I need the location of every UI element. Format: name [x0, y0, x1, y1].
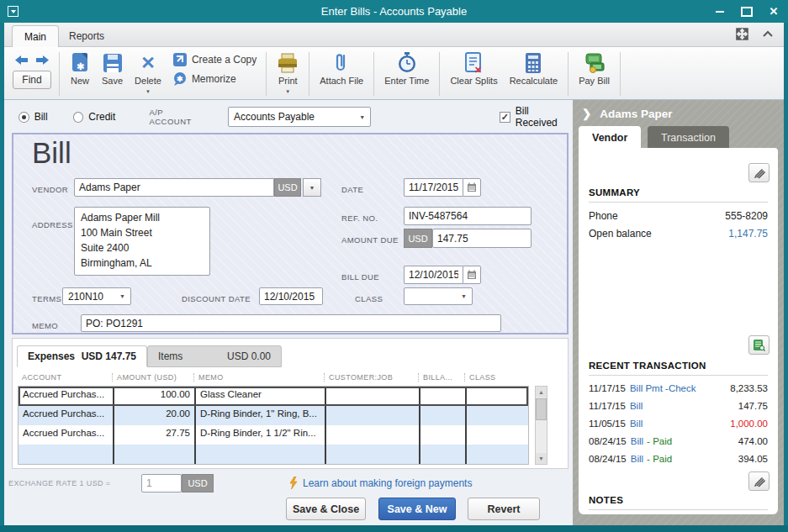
title-bar: Enter Bills - Accounts Payable ✕: [0, 0, 788, 23]
transaction-row: 08/24/15 Bill - Paid 394.05: [589, 454, 768, 464]
bill-due-field: [404, 266, 481, 284]
vendor-panel: ❯ Adams Paper Vendor Transaction SUMMARY…: [573, 100, 784, 525]
phone-row: Phone 555-8209: [589, 210, 768, 222]
calculator-icon: [524, 51, 542, 74]
credit-radio[interactable]: [73, 112, 84, 123]
edit-vendor-button[interactable]: [748, 163, 769, 182]
table-row[interactable]: Accrued Purchas... 27.75 D-Ring Binder, …: [19, 425, 528, 445]
memorize-button[interactable]: ✱ Memorize: [172, 71, 256, 87]
tab-main[interactable]: Main: [12, 25, 59, 47]
tab-reports[interactable]: Reports: [57, 25, 116, 47]
maximize-button[interactable]: [741, 6, 753, 18]
ref-no-label: REF. NO.: [341, 213, 378, 223]
print-button[interactable]: Print ▼: [271, 50, 304, 97]
grid-body: Accrued Purchas... 100.00 Glass Cleaner …: [18, 386, 529, 465]
discount-date-label: DISCOUNT DATE: [182, 294, 251, 303]
new-button[interactable]: ✱ New: [64, 50, 96, 97]
tab-expenses[interactable]: Expenses USD 147.75: [17, 345, 147, 367]
minimize-button[interactable]: [714, 6, 726, 18]
scroll-up-icon[interactable]: ▲: [536, 387, 547, 398]
exchange-currency-badge: USD: [182, 474, 214, 492]
ap-account-select[interactable]: Accounts Payable ▼: [228, 107, 371, 127]
summary-title: SUMMARY: [589, 187, 640, 198]
table-row-empty[interactable]: [19, 445, 528, 464]
table-row[interactable]: Accrued Purchas... 20.00 D-Ring Binder, …: [19, 406, 528, 425]
save-new-button[interactable]: Save & New: [378, 498, 456, 520]
revert-button[interactable]: Revert: [468, 498, 540, 520]
tab-items[interactable]: Items USD 0.00: [147, 345, 282, 367]
transaction-row: 11/17/15 Bill Pmt -Check 8,233.53: [589, 383, 768, 393]
clear-splits-button[interactable]: ✕ Clear Splits: [444, 50, 503, 97]
forward-arrow-icon[interactable]: [35, 55, 50, 66]
panel-vendor-name: Adams Paper: [600, 108, 672, 120]
terms-select[interactable]: 210N10 ▼: [62, 287, 131, 305]
expense-grid: ACCOUNT AMOUNT (USD) MEMO CUSTOMER:JOB B…: [18, 368, 542, 465]
date-field: [404, 178, 481, 197]
vendor-currency-badge: USD: [274, 178, 301, 197]
print-caret-icon: ▼: [285, 87, 290, 97]
vendor-input[interactable]: [74, 178, 274, 197]
pay-bill-button[interactable]: Pay Bill: [573, 50, 616, 97]
exchange-rate-input[interactable]: [141, 474, 182, 492]
memo-input[interactable]: [81, 314, 501, 332]
tab-vendor[interactable]: Vendor: [579, 126, 641, 149]
scroll-down-icon[interactable]: ▼: [536, 453, 547, 464]
bill-due-input[interactable]: [404, 266, 463, 284]
col-header-class: CLASS: [464, 373, 529, 382]
bill-form-title: Bill: [32, 136, 71, 170]
transaction-row: 08/24/15 Bill - Paid 474.00: [589, 436, 768, 446]
bill-form: Bill VENDOR USD ▼ ADDRESS Adams Paper Mi…: [12, 133, 569, 334]
class-select[interactable]: ▼: [404, 287, 473, 305]
transaction-row: 11/05/15 Bill 1,000.00: [589, 419, 768, 429]
save-close-button[interactable]: Save & Close: [286, 498, 366, 520]
tab-transaction[interactable]: Transaction: [648, 126, 729, 149]
delete-button[interactable]: ✕ Delete ▼: [129, 50, 167, 97]
edit-notes-button[interactable]: [748, 471, 769, 491]
enter-bills-window: Enter Bills - Accounts Payable ✕ Main Re…: [0, 0, 788, 532]
clear-splits-icon: ✕: [464, 51, 484, 74]
expand-window-icon[interactable]: [736, 28, 748, 40]
collapse-ribbon-icon[interactable]: [762, 30, 774, 38]
report-icon: [753, 339, 765, 351]
amount-due-input[interactable]: [432, 229, 532, 248]
bill-radio[interactable]: [19, 112, 29, 123]
amount-due-label: AMOUNT DUE: [341, 235, 399, 245]
vendor-dropdown-button[interactable]: ▼: [303, 178, 321, 197]
bill-received-checkbox[interactable]: ✓: [500, 112, 510, 123]
close-button[interactable]: ✕: [768, 6, 780, 18]
window-border-right: [784, 23, 788, 525]
discount-date-input[interactable]: [259, 287, 323, 305]
find-button[interactable]: Find: [13, 71, 51, 89]
main-toolbar: Find ✱ New Save ✕ Delete ▼ Create a Copy: [4, 47, 784, 100]
pencil-icon: [754, 167, 765, 179]
date-calendar-icon[interactable]: [463, 178, 481, 197]
document-type-row: Bill Credit A/P ACCOUNT Accounts Payable…: [4, 101, 572, 133]
scrollbar-thumb[interactable]: [536, 398, 547, 420]
items-total: USD 0.00: [227, 350, 271, 362]
address-field[interactable]: Adams Paper Mill 100 Main Street Suite 2…: [74, 207, 210, 276]
memo-label: MEMO: [32, 321, 58, 330]
save-button[interactable]: Save: [96, 50, 129, 97]
transaction-report-button[interactable]: [748, 335, 769, 355]
col-header-billable: BILLA...: [418, 373, 464, 382]
dropdown-icon: ▼: [359, 114, 365, 120]
foreign-payments-link[interactable]: Learn about making foreign payments: [289, 477, 472, 489]
col-header-amount: AMOUNT (USD): [112, 373, 193, 382]
back-arrow-icon[interactable]: [14, 55, 29, 66]
panel-vendor-header[interactable]: ❯ Adams Paper: [582, 107, 673, 120]
open-balance-value[interactable]: 1,147.75: [728, 228, 768, 240]
date-input[interactable]: [404, 178, 463, 197]
enter-time-button[interactable]: Enter Time: [378, 50, 435, 97]
grid-scrollbar[interactable]: ▲ ▼: [535, 386, 547, 465]
table-row[interactable]: Accrued Purchas... 100.00 Glass Cleaner: [19, 387, 528, 406]
attach-file-button[interactable]: Attach File: [314, 50, 369, 97]
recalculate-button[interactable]: Recalculate: [504, 50, 563, 97]
ref-no-input[interactable]: [404, 207, 532, 225]
pencil-icon: [754, 476, 765, 487]
find-group: Find: [9, 50, 55, 97]
bill-due-calendar-icon[interactable]: [463, 266, 481, 284]
create-copy-button[interactable]: Create a Copy: [172, 52, 256, 67]
copy-memorize-group: Create a Copy ✱ Memorize: [167, 50, 262, 97]
recent-transaction-title: RECENT TRANSACTION: [589, 361, 706, 371]
save-floppy-icon: [103, 51, 123, 74]
